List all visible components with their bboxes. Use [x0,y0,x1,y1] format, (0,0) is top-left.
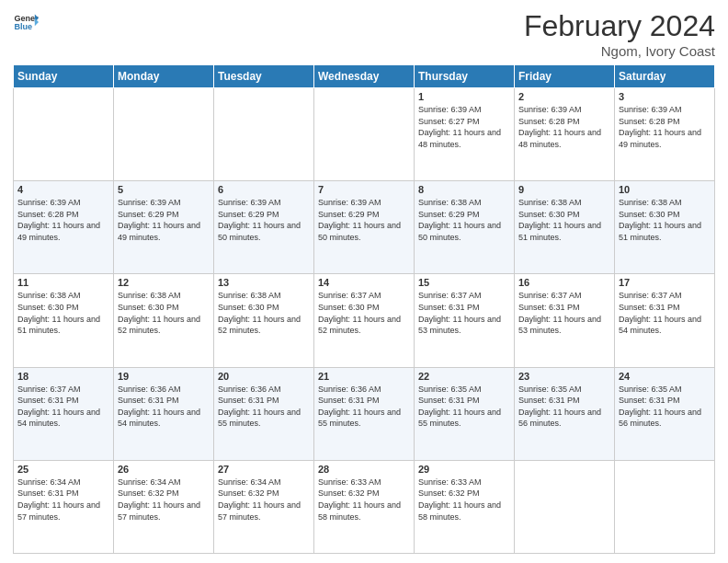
day-number: 9 [518,184,610,195]
calendar-cell [615,460,715,553]
calendar-cell [515,460,615,553]
day-info: Sunrise: 6:39 AM Sunset: 6:29 PM Dayligh… [118,197,210,243]
week-row-4: 25Sunrise: 6:34 AM Sunset: 6:31 PM Dayli… [14,460,715,553]
day-number: 15 [418,277,510,288]
day-number: 21 [318,371,410,382]
calendar-cell [14,88,114,181]
th-saturday: Saturday [615,65,715,88]
calendar-cell: 16Sunrise: 6:37 AM Sunset: 6:31 PM Dayli… [515,274,615,367]
calendar-subtitle: Ngom, Ivory Coast [524,43,715,59]
day-number: 19 [118,371,210,382]
calendar-cell: 8Sunrise: 6:38 AM Sunset: 6:29 PM Daylig… [415,181,515,274]
day-number: 1 [418,91,510,102]
calendar-title: February 2024 [524,9,715,43]
calendar-cell: 6Sunrise: 6:39 AM Sunset: 6:29 PM Daylig… [214,181,314,274]
calendar-cell: 14Sunrise: 6:37 AM Sunset: 6:30 PM Dayli… [314,274,415,367]
calendar-cell [314,88,415,181]
week-row-3: 18Sunrise: 6:37 AM Sunset: 6:31 PM Dayli… [14,367,715,460]
week-row-2: 11Sunrise: 6:38 AM Sunset: 6:30 PM Dayli… [14,274,715,367]
day-number: 7 [318,184,410,195]
header-row: Sunday Monday Tuesday Wednesday Thursday… [14,65,715,88]
day-number: 2 [518,91,610,102]
day-info: Sunrise: 6:38 AM Sunset: 6:29 PM Dayligh… [418,197,510,243]
day-info: Sunrise: 6:36 AM Sunset: 6:31 PM Dayligh… [118,384,210,430]
calendar-cell: 18Sunrise: 6:37 AM Sunset: 6:31 PM Dayli… [14,367,114,460]
day-info: Sunrise: 6:37 AM Sunset: 6:31 PM Dayligh… [619,290,711,336]
title-area: February 2024 Ngom, Ivory Coast [524,9,715,59]
day-info: Sunrise: 6:33 AM Sunset: 6:32 PM Dayligh… [318,477,410,523]
day-info: Sunrise: 6:38 AM Sunset: 6:30 PM Dayligh… [518,197,610,243]
day-info: Sunrise: 6:33 AM Sunset: 6:32 PM Dayligh… [418,477,510,523]
day-number: 12 [118,277,210,288]
day-number: 20 [218,371,310,382]
calendar-cell: 2Sunrise: 6:39 AM Sunset: 6:28 PM Daylig… [515,88,615,181]
calendar-cell: 28Sunrise: 6:33 AM Sunset: 6:32 PM Dayli… [314,460,415,553]
th-thursday: Thursday [415,65,515,88]
day-info: Sunrise: 6:39 AM Sunset: 6:28 PM Dayligh… [518,104,610,150]
day-info: Sunrise: 6:34 AM Sunset: 6:32 PM Dayligh… [118,477,210,523]
day-number: 28 [318,464,410,475]
th-sunday: Sunday [14,65,114,88]
day-info: Sunrise: 6:35 AM Sunset: 6:31 PM Dayligh… [619,384,711,430]
calendar-cell: 7Sunrise: 6:39 AM Sunset: 6:29 PM Daylig… [314,181,415,274]
calendar-table: Sunday Monday Tuesday Wednesday Thursday… [13,64,715,554]
day-number: 29 [418,464,510,475]
day-number: 8 [418,184,510,195]
calendar-cell: 12Sunrise: 6:38 AM Sunset: 6:30 PM Dayli… [114,274,214,367]
th-friday: Friday [515,65,615,88]
calendar-cell: 4Sunrise: 6:39 AM Sunset: 6:28 PM Daylig… [14,181,114,274]
day-info: Sunrise: 6:39 AM Sunset: 6:29 PM Dayligh… [318,197,410,243]
calendar-cell: 9Sunrise: 6:38 AM Sunset: 6:30 PM Daylig… [515,181,615,274]
day-number: 10 [619,184,711,195]
day-info: Sunrise: 6:34 AM Sunset: 6:31 PM Dayligh… [17,477,109,523]
logo-icon: General Blue [13,9,39,35]
header: General Blue February 2024 Ngom, Ivory C… [13,9,715,59]
calendar-cell: 23Sunrise: 6:35 AM Sunset: 6:31 PM Dayli… [515,367,615,460]
day-info: Sunrise: 6:38 AM Sunset: 6:30 PM Dayligh… [619,197,711,243]
day-number: 25 [17,464,109,475]
day-info: Sunrise: 6:36 AM Sunset: 6:31 PM Dayligh… [318,384,410,430]
day-number: 16 [518,277,610,288]
day-number: 26 [118,464,210,475]
calendar-cell: 25Sunrise: 6:34 AM Sunset: 6:31 PM Dayli… [14,460,114,553]
day-info: Sunrise: 6:37 AM Sunset: 6:30 PM Dayligh… [318,290,410,336]
calendar-cell: 17Sunrise: 6:37 AM Sunset: 6:31 PM Dayli… [615,274,715,367]
calendar-cell: 20Sunrise: 6:36 AM Sunset: 6:31 PM Dayli… [214,367,314,460]
day-info: Sunrise: 6:37 AM Sunset: 6:31 PM Dayligh… [418,290,510,336]
day-info: Sunrise: 6:36 AM Sunset: 6:31 PM Dayligh… [218,384,310,430]
th-wednesday: Wednesday [314,65,415,88]
calendar-cell: 27Sunrise: 6:34 AM Sunset: 6:32 PM Dayli… [214,460,314,553]
calendar-cell: 21Sunrise: 6:36 AM Sunset: 6:31 PM Dayli… [314,367,415,460]
day-info: Sunrise: 6:37 AM Sunset: 6:31 PM Dayligh… [17,384,109,430]
calendar-cell: 19Sunrise: 6:36 AM Sunset: 6:31 PM Dayli… [114,367,214,460]
day-number: 27 [218,464,310,475]
calendar-cell [114,88,214,181]
day-number: 14 [318,277,410,288]
svg-text:Blue: Blue [14,22,32,31]
calendar-cell: 3Sunrise: 6:39 AM Sunset: 6:28 PM Daylig… [615,88,715,181]
th-tuesday: Tuesday [214,65,314,88]
day-number: 23 [518,371,610,382]
day-info: Sunrise: 6:35 AM Sunset: 6:31 PM Dayligh… [418,384,510,430]
page: General Blue February 2024 Ngom, Ivory C… [0,0,728,563]
calendar-cell: 5Sunrise: 6:39 AM Sunset: 6:29 PM Daylig… [114,181,214,274]
day-info: Sunrise: 6:39 AM Sunset: 6:28 PM Dayligh… [619,104,711,150]
calendar-cell: 1Sunrise: 6:39 AM Sunset: 6:27 PM Daylig… [415,88,515,181]
calendar-cell: 24Sunrise: 6:35 AM Sunset: 6:31 PM Dayli… [615,367,715,460]
day-info: Sunrise: 6:38 AM Sunset: 6:30 PM Dayligh… [17,290,109,336]
day-number: 4 [17,184,109,195]
calendar-cell: 13Sunrise: 6:38 AM Sunset: 6:30 PM Dayli… [214,274,314,367]
day-number: 17 [619,277,711,288]
calendar-cell [214,88,314,181]
calendar-cell: 22Sunrise: 6:35 AM Sunset: 6:31 PM Dayli… [415,367,515,460]
week-row-0: 1Sunrise: 6:39 AM Sunset: 6:27 PM Daylig… [14,88,715,181]
calendar-cell: 26Sunrise: 6:34 AM Sunset: 6:32 PM Dayli… [114,460,214,553]
day-number: 24 [619,371,711,382]
day-number: 13 [218,277,310,288]
day-number: 11 [17,277,109,288]
day-info: Sunrise: 6:39 AM Sunset: 6:27 PM Dayligh… [418,104,510,150]
day-number: 3 [619,91,711,102]
calendar-cell: 11Sunrise: 6:38 AM Sunset: 6:30 PM Dayli… [14,274,114,367]
day-info: Sunrise: 6:35 AM Sunset: 6:31 PM Dayligh… [518,384,610,430]
day-number: 6 [218,184,310,195]
